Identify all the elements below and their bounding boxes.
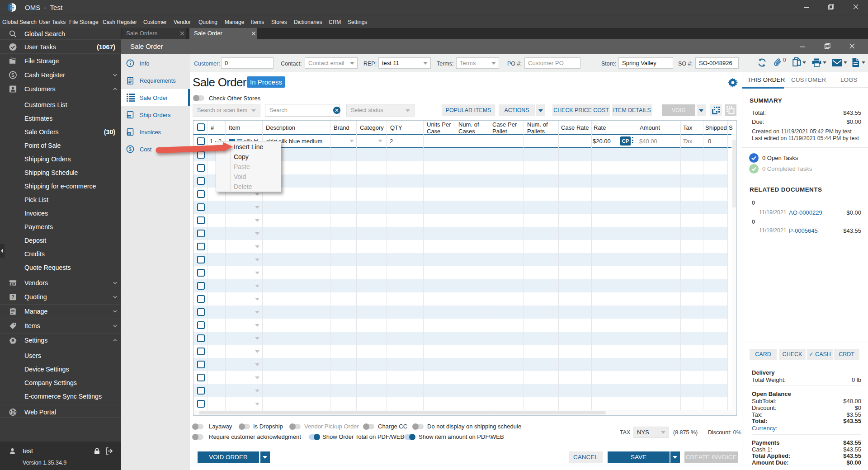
svg-text:?: ? [11,294,14,300]
svg-text:$: $ [11,72,14,78]
svg-text:$: $ [129,146,132,152]
svg-text:SH: SH [127,115,131,118]
svg-text:IN: IN [128,132,130,135]
